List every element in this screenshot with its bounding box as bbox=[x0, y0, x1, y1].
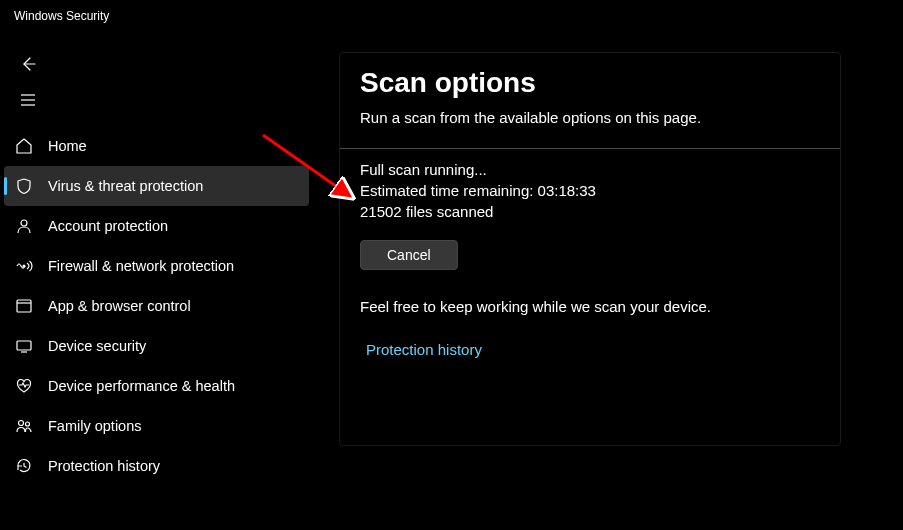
home-icon bbox=[14, 136, 34, 156]
scan-info-text: Feel free to keep working while we scan … bbox=[360, 298, 820, 315]
scan-files-count: 21502 files scanned bbox=[360, 203, 820, 220]
sidebar-item-virus[interactable]: Virus & threat protection bbox=[4, 166, 309, 206]
divider bbox=[340, 148, 840, 149]
sidebar-item-label: Device performance & health bbox=[48, 378, 235, 394]
shield-icon bbox=[14, 176, 34, 196]
protection-history-link[interactable]: Protection history bbox=[360, 341, 820, 358]
sidebar-item-firewall[interactable]: Firewall & network protection bbox=[4, 246, 309, 286]
sidebar-item-app-browser[interactable]: App & browser control bbox=[4, 286, 309, 326]
sidebar: Home Virus & threat protection Account p… bbox=[0, 32, 313, 530]
hamburger-icon bbox=[18, 90, 38, 110]
sidebar-item-label: Device security bbox=[48, 338, 146, 354]
sidebar-item-label: Account protection bbox=[48, 218, 168, 234]
sidebar-item-label: Firewall & network protection bbox=[48, 258, 234, 274]
scan-time-remaining: Estimated time remaining: 03:18:33 bbox=[360, 182, 820, 199]
sidebar-item-label: Protection history bbox=[48, 458, 160, 474]
svg-rect-5 bbox=[17, 300, 31, 312]
app-browser-icon bbox=[14, 296, 34, 316]
svg-point-9 bbox=[19, 421, 24, 426]
main-content: Scan options Run a scan from the availab… bbox=[313, 32, 903, 530]
back-button[interactable] bbox=[0, 46, 313, 82]
app-title: Windows Security bbox=[14, 9, 109, 23]
scan-status: Full scan running... bbox=[360, 161, 820, 178]
sidebar-item-history[interactable]: Protection history bbox=[4, 446, 309, 486]
sidebar-item-home[interactable]: Home bbox=[4, 126, 309, 166]
cancel-button[interactable]: Cancel bbox=[360, 240, 458, 270]
sidebar-item-label: App & browser control bbox=[48, 298, 191, 314]
account-icon bbox=[14, 216, 34, 236]
svg-point-10 bbox=[26, 422, 30, 426]
sidebar-item-family[interactable]: Family options bbox=[4, 406, 309, 446]
sidebar-item-performance[interactable]: Device performance & health bbox=[4, 366, 309, 406]
svg-point-3 bbox=[21, 220, 27, 226]
sidebar-item-account[interactable]: Account protection bbox=[4, 206, 309, 246]
heart-icon bbox=[14, 376, 34, 396]
device-security-icon bbox=[14, 336, 34, 356]
history-icon bbox=[14, 456, 34, 476]
sidebar-item-label: Home bbox=[48, 138, 87, 154]
people-icon bbox=[14, 416, 34, 436]
svg-rect-7 bbox=[17, 341, 31, 350]
sidebar-item-device-security[interactable]: Device security bbox=[4, 326, 309, 366]
page-subtitle: Run a scan from the available options on… bbox=[360, 109, 820, 126]
svg-point-4 bbox=[23, 265, 25, 267]
page-title: Scan options bbox=[360, 67, 820, 99]
scan-options-panel: Scan options Run a scan from the availab… bbox=[339, 52, 841, 446]
network-icon bbox=[14, 256, 34, 276]
sidebar-item-label: Virus & threat protection bbox=[48, 178, 203, 194]
title-bar: Windows Security bbox=[0, 0, 903, 32]
menu-button[interactable] bbox=[0, 82, 313, 118]
back-icon bbox=[18, 54, 38, 74]
sidebar-item-label: Family options bbox=[48, 418, 141, 434]
